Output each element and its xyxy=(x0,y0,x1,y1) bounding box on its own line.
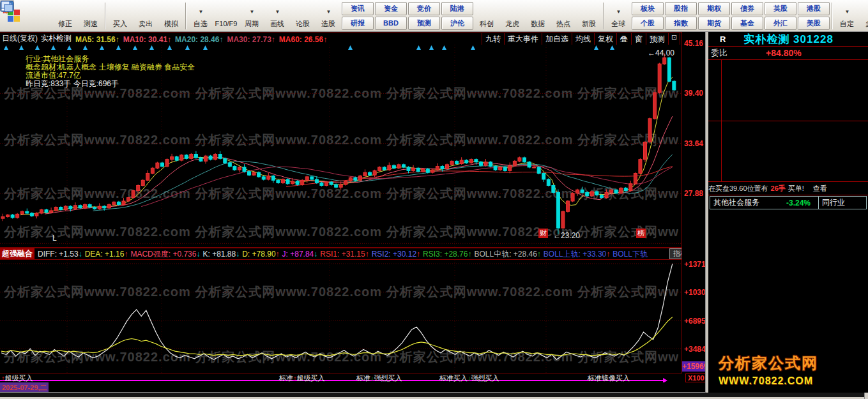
stock-name-tab[interactable]: 实朴检测 xyxy=(41,33,72,44)
window-icon[interactable]: ⊡ xyxy=(668,33,680,45)
toolbar-label: 自定 xyxy=(840,20,854,27)
header-button-九转[interactable]: 九转 xyxy=(482,33,504,45)
signal-label: 标准↓强烈买入 xyxy=(356,373,402,383)
toolbar-button-forex[interactable]: 外汇 xyxy=(765,17,796,30)
toolbar-button-forum[interactable]: 论论股 xyxy=(290,1,316,31)
watchlist-icon: ★▼ xyxy=(198,4,204,20)
toolbar-button-ipo[interactable]: IPO新股 xyxy=(576,1,602,31)
header-button-重大事件[interactable]: 重大事件 xyxy=(504,33,542,45)
toolbar-button-stock-picker[interactable]: ▼选股 xyxy=(316,1,341,31)
toolbar-label: 龙虎 xyxy=(505,20,519,27)
header-button-加自选[interactable]: 加自选 xyxy=(542,33,572,45)
toolbar-button-forecast[interactable]: 预测 xyxy=(408,17,440,30)
ma5-value: MA5: 31.56↑ xyxy=(75,35,119,44)
toolbar-button-back[interactable] xyxy=(27,1,52,31)
toolbar-button-watchlist[interactable]: ★▼自选 xyxy=(188,1,213,31)
bang-marker[interactable]: 榜 xyxy=(636,229,646,238)
main-toolbar: 修正测速买买入卖卖出模拟★▼自选F10/F9▼周期▼画线论论股▼选股资讯研报资金… xyxy=(0,0,868,32)
toolbar-button-funds[interactable]: 资金 xyxy=(375,2,407,15)
header-button-窗[interactable]: 窗 xyxy=(631,33,646,45)
toolbar-button-simulate[interactable]: 模拟 xyxy=(158,1,184,31)
toolbar-button-sectors[interactable]: 板块 xyxy=(632,2,664,15)
toolbar-button-period[interactable]: ▼周期 xyxy=(239,1,264,31)
quote-panel: R 实朴检测 301228 委比 +84.80% 在买盘39.60位置有 26手… xyxy=(708,32,868,393)
peak-price-annotation: ←44.00 xyxy=(648,49,674,57)
toolbar-stack-options-futures: 期权期货 xyxy=(698,2,730,30)
weibi-label: 委比 xyxy=(711,47,727,59)
info-line: 昨日竞:833手 今日竞:696手 xyxy=(26,80,195,88)
toolbar-label: F10/F9 xyxy=(215,20,238,27)
period-icon: ▼ xyxy=(249,4,255,20)
ma30-value: MA30: 27.73↑ xyxy=(227,35,275,44)
main-candlestick-chart[interactable]: 行业:其他社会服务概念题材:机器人概念 土壤修复 融资融券 食品安全流通市值:4… xyxy=(0,45,681,248)
header-button-复权[interactable]: 复权 xyxy=(594,33,616,45)
indicator-value: RSI3: +28.76↑ xyxy=(423,250,471,259)
stock-title[interactable]: 实朴检测 301228 xyxy=(743,32,833,47)
toolbar-button-hkconnect[interactable]: 陆港 xyxy=(441,2,473,15)
indicator-header-bar: 超强融合 DIFF: +1.53↓DEA: +1.16↑MACD强度: +0.7… xyxy=(0,248,705,260)
toolbar-button-index[interactable]: 指数 xyxy=(665,17,697,30)
toolbar-button-auction[interactable]: 竞价 xyxy=(408,2,440,15)
toolbar-button-hkstock[interactable]: 港股 xyxy=(798,2,830,15)
header-button-均线[interactable]: 均线 xyxy=(572,33,594,45)
toolbar-button-custom[interactable]: ▼自定 xyxy=(834,1,860,31)
signal-label: 标准买入↓强烈买入 xyxy=(439,373,499,383)
toolbar-label: 模拟 xyxy=(164,20,178,27)
notice-text: 在买盘39.60位置有 xyxy=(708,184,768,193)
toolbar-button-sell[interactable]: 卖卖出 xyxy=(133,1,158,31)
toolbar-separator xyxy=(185,3,187,29)
toolbar-button-usstock[interactable]: 美股 xyxy=(798,17,830,30)
toolbar-button-draw-line[interactable]: ▼画线 xyxy=(264,1,290,31)
toolbar-button-options[interactable]: 期权 xyxy=(698,2,730,15)
toolbar-button-hotspot[interactable]: HOT热点 xyxy=(551,1,576,31)
scale-x100-badge: X100 xyxy=(685,373,707,382)
peer-compare-link[interactable]: 同行业 xyxy=(822,197,845,208)
toolbar-button-futures[interactable]: 期货 xyxy=(698,17,730,30)
indicator-value: DIFF: +1.53↓ xyxy=(38,250,82,259)
indicator-name[interactable]: 超强融合 xyxy=(0,248,34,259)
l-marker: L xyxy=(52,234,57,243)
header-button-叠[interactable]: 叠 xyxy=(616,33,631,45)
toolbar-button-ukstock[interactable]: 英股 xyxy=(765,2,796,15)
quote-panel-title-row: R 实朴检测 301228 xyxy=(708,32,868,47)
sector-row[interactable]: 其他社会服务 -3.24% 同行业 xyxy=(710,196,867,209)
toolbar-button-multi-window[interactable]: 多窗 xyxy=(860,1,868,31)
toolbar-button-stocks[interactable]: 个股 xyxy=(632,17,664,30)
indicator-value: MACD强度: +0.736↓ xyxy=(130,250,200,259)
toolbar-button-dragon-tiger[interactable]: 龙虎 xyxy=(499,1,525,31)
global-icon: ▼ xyxy=(616,4,621,20)
toolbar-label: 论股 xyxy=(296,20,310,27)
notice-qty: 26手 xyxy=(771,184,786,193)
toolbar-button-bbd[interactable]: BBD xyxy=(375,17,407,30)
toolbar-button-buy[interactable]: 买买入 xyxy=(107,1,133,31)
ma-values: MA5: 31.56↑MA10: 30.41↑MA20: 28.46↑MA30:… xyxy=(75,33,331,45)
notice-view-link[interactable]: 查看 xyxy=(813,184,827,193)
ma10-value: MA10: 30.41↑ xyxy=(123,35,171,44)
toolbar-label: 测速 xyxy=(84,20,98,27)
indicator-value: D: +78.90↑ xyxy=(242,250,279,259)
main-axis-label: 33.64 xyxy=(684,139,703,148)
indicator-value: BOLL下轨 xyxy=(613,250,648,259)
main-axis-label: 39.40 xyxy=(684,89,703,98)
toolbar-stack-bonds-funds: 债券基金 xyxy=(731,2,763,30)
toolbar-stack-ukstock-forex: 英股外汇 xyxy=(765,2,796,30)
toolbar-button-global[interactable]: ▼全球 xyxy=(605,1,631,31)
indicator-value: K: +81.88↓ xyxy=(202,250,240,259)
toolbar-button-f10-f9[interactable]: F10/F9 xyxy=(213,1,239,31)
toolbar-label: 修正 xyxy=(58,20,72,27)
toolbar-button-bonds[interactable]: 债券 xyxy=(731,2,763,15)
toolbar-stack-sectors-stocks: 板块个股 xyxy=(632,2,664,30)
toolbar-button-data-pe[interactable]: PE数据 xyxy=(525,1,551,31)
toolbar-button-funds[interactable]: 基金 xyxy=(731,17,763,30)
cai-marker[interactable]: 财 xyxy=(538,229,548,238)
toolbar-button-news[interactable]: 资讯 xyxy=(342,2,374,15)
toolbar-button-correct[interactable]: 修正 xyxy=(52,1,78,31)
toolbar-button-london[interactable]: 沪伦 xyxy=(441,17,473,30)
toolbar-button-star-market[interactable]: 科创 xyxy=(474,1,499,31)
toolbar-button-speed-test[interactable]: 测速 xyxy=(78,1,103,31)
sub-indicator-chart[interactable] xyxy=(0,260,681,373)
notice-text2: 买单! xyxy=(788,184,804,193)
toolbar-button-stockindex[interactable]: 股指 xyxy=(665,2,697,15)
toolbar-button-research[interactable]: 研报 xyxy=(342,17,374,30)
header-button-预测[interactable]: 预测 xyxy=(646,33,668,45)
